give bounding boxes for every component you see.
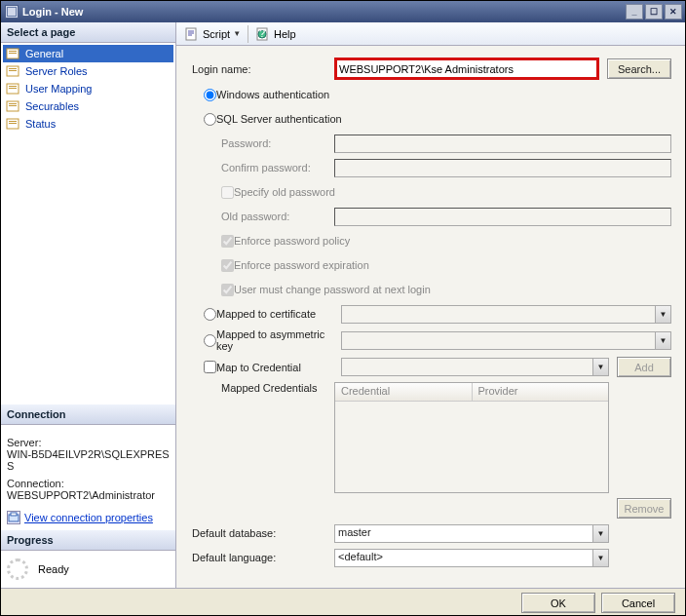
- page-icon: [6, 82, 21, 96]
- mapped-cert-radio[interactable]: [204, 308, 216, 321]
- asym-combo[interactable]: ▼: [341, 331, 671, 350]
- progress-text: Ready: [38, 563, 69, 575]
- cancel-button[interactable]: Cancel: [601, 593, 675, 613]
- mapped-asym-radio[interactable]: [204, 334, 216, 347]
- enforce-expiration-label: Enforce password expiration: [234, 259, 369, 271]
- svg-rect-3: [9, 51, 17, 52]
- windows-auth-radio[interactable]: [204, 89, 216, 101]
- must-change-label: User must change password at next login: [234, 284, 431, 295]
- progress-header: Progress: [1, 530, 175, 551]
- th-provider: Provider: [473, 383, 609, 401]
- svg-rect-9: [9, 86, 17, 87]
- svg-text:?: ?: [259, 27, 265, 39]
- svg-rect-7: [9, 70, 17, 71]
- mapped-cert-label: Mapped to certificate: [216, 308, 341, 320]
- add-button: Add: [617, 357, 671, 377]
- server-label: Server:: [7, 437, 170, 448]
- svg-rect-18: [11, 513, 17, 516]
- remove-button: Remove: [617, 498, 671, 519]
- login-name-input[interactable]: [334, 58, 599, 80]
- page-list: General Server Roles User Mapping Secura…: [1, 43, 175, 135]
- old-password-label: Old password:: [190, 211, 334, 222]
- default-lang-value: <default>: [334, 549, 592, 567]
- th-credential: Credential: [335, 383, 473, 401]
- mapped-asym-label: Mapped to asymmetric key: [216, 328, 341, 352]
- sidebar: Select a page General Server Roles User …: [1, 22, 176, 588]
- page-icon: [6, 99, 21, 113]
- svg-rect-13: [9, 105, 17, 106]
- script-icon: [184, 26, 200, 42]
- svg-rect-1: [8, 8, 16, 16]
- default-db-value: master: [334, 524, 592, 543]
- window-title: Login - New: [22, 6, 624, 18]
- chevron-down-icon[interactable]: ▼: [655, 331, 671, 350]
- confirm-password-input: [334, 159, 671, 177]
- script-button[interactable]: Script ▼: [180, 24, 245, 44]
- confirm-password-label: Confirm password:: [190, 162, 334, 173]
- button-bar: OK Cancel: [1, 588, 685, 616]
- chevron-down-icon[interactable]: ▼: [592, 358, 609, 376]
- title-bar: Login - New _ ☐ ✕: [1, 1, 685, 22]
- map-credential-checkbox[interactable]: [204, 361, 216, 373]
- windows-auth-label: Windows authentication: [216, 89, 329, 100]
- connection-header: Connection: [1, 404, 175, 425]
- form-area: Login name: Search... Windows authentica…: [176, 46, 685, 588]
- page-icon: [6, 47, 21, 60]
- default-db-combo[interactable]: master ▼: [334, 524, 609, 543]
- specify-old-password-checkbox: [221, 186, 234, 199]
- page-icon: [6, 117, 21, 131]
- default-lang-label: Default language:: [190, 552, 334, 563]
- maximize-button[interactable]: ☐: [645, 4, 663, 19]
- page-icon: [6, 64, 21, 78]
- password-input: [334, 135, 671, 153]
- chevron-down-icon: ▼: [233, 29, 241, 38]
- svg-rect-12: [9, 103, 17, 104]
- chevron-down-icon[interactable]: ▼: [655, 305, 671, 324]
- connection-properties-icon: [7, 511, 20, 524]
- map-credential-label: Map to Credential: [216, 362, 341, 373]
- chevron-down-icon[interactable]: ▼: [592, 524, 609, 543]
- svg-rect-6: [9, 68, 17, 69]
- window-icon: [5, 5, 19, 19]
- minimize-button[interactable]: _: [626, 4, 643, 19]
- svg-rect-19: [186, 28, 196, 40]
- specify-old-password-label: Specify old password: [234, 186, 335, 198]
- sidebar-item-general[interactable]: General: [3, 45, 173, 62]
- credentials-table: Credential Provider: [334, 382, 609, 493]
- sql-auth-radio[interactable]: [204, 113, 216, 126]
- sidebar-item-label: Securables: [25, 100, 79, 112]
- svg-rect-16: [9, 123, 17, 124]
- svg-rect-15: [9, 121, 17, 122]
- svg-rect-4: [9, 53, 17, 54]
- credential-combo[interactable]: ▼: [341, 358, 609, 376]
- toolbar: Script ▼ ? Help: [176, 22, 685, 46]
- search-button[interactable]: Search...: [607, 58, 671, 79]
- ok-button[interactable]: OK: [521, 593, 595, 613]
- connection-label: Connection:: [7, 478, 170, 489]
- close-button[interactable]: ✕: [665, 4, 682, 19]
- connection-value: WEBSUPPORT2\Administrator: [7, 489, 170, 501]
- sql-auth-label: SQL Server authentication: [216, 113, 342, 125]
- svg-rect-10: [9, 88, 17, 89]
- progress-spinner-icon: [7, 558, 28, 580]
- view-connection-properties-link[interactable]: View connection properties: [24, 512, 153, 523]
- login-name-label: Login name:: [190, 63, 334, 75]
- sidebar-item-label: User Mapping: [25, 83, 92, 95]
- sidebar-item-label: Server Roles: [25, 65, 88, 77]
- select-page-header: Select a page: [1, 22, 175, 43]
- default-lang-combo[interactable]: <default> ▼: [334, 549, 609, 567]
- enforce-expiration-checkbox: [221, 259, 234, 272]
- sidebar-item-status[interactable]: Status: [3, 115, 173, 133]
- mapped-credentials-label: Mapped Credentials: [190, 382, 334, 394]
- chevron-down-icon[interactable]: ▼: [592, 549, 609, 567]
- cert-combo[interactable]: ▼: [341, 305, 671, 324]
- sidebar-item-label: Status: [25, 118, 56, 130]
- server-value: WIN-B5D4EILVP2R\SQLEXPRESS: [7, 448, 170, 472]
- sidebar-item-user-mapping[interactable]: User Mapping: [3, 80, 173, 97]
- enforce-policy-checkbox: [221, 235, 234, 248]
- help-button[interactable]: ? Help: [251, 24, 300, 44]
- password-label: Password:: [190, 137, 334, 149]
- sidebar-item-server-roles[interactable]: Server Roles: [3, 62, 173, 80]
- enforce-policy-label: Enforce password policy: [234, 235, 350, 247]
- sidebar-item-securables[interactable]: Securables: [3, 97, 173, 115]
